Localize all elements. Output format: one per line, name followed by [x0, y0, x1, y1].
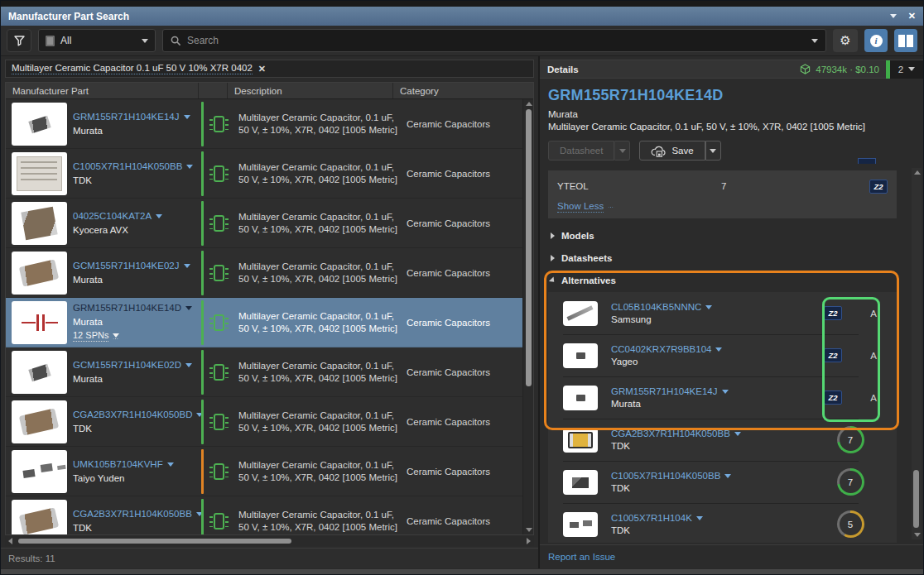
panel-menu-icon[interactable] — [890, 14, 897, 18]
alternative-row[interactable]: C1005X7R1H104K TDK 5 — [548, 503, 897, 543]
risk-score-badge: 5 — [837, 510, 864, 538]
search-results-pane: Multilayer Ceramic Capacitor 0.1 uF 50 V… — [1, 56, 540, 568]
component-icon — [214, 414, 224, 430]
scroll-down-icon[interactable] — [526, 528, 532, 532]
parameter-value: 7 — [721, 181, 869, 191]
table-row[interactable]: CGA2B3X7R1H104K050BB TDK Multilayer Cera… — [6, 496, 522, 534]
alternative-row[interactable]: CL05B104KB5NNNC Samsung Z2 A — [548, 292, 897, 334]
part-thumbnail — [12, 450, 67, 493]
alternatives-header[interactable]: Alternatives — [548, 276, 915, 285]
part-number-link[interactable]: GRM155R71H104KE14J — [73, 112, 201, 122]
filter-chip-remove-icon[interactable]: ✕ — [258, 64, 266, 74]
chevron-down-icon — [185, 363, 192, 367]
part-number-link[interactable]: UMK105B7104KVHF — [73, 459, 201, 469]
selection-count-dropdown[interactable]: 2 — [890, 60, 923, 79]
column-header-description[interactable]: Description — [227, 83, 392, 98]
filter-chip[interactable]: Multilayer Ceramic Capacitor 0.1 uF 50 V… — [12, 63, 266, 74]
component-icon — [214, 165, 224, 182]
alternative-row[interactable]: GRM155R71H104KE14J Murata Z2 A — [548, 376, 897, 419]
table-row[interactable]: GRM155R71H104KE14J Murata Multilayer Cer… — [6, 99, 522, 149]
search-history-icon[interactable] — [811, 39, 818, 43]
part-number-link[interactable]: CGA2B3X7R1H104K050BD — [73, 410, 201, 419]
scroll-right-icon[interactable] — [527, 538, 531, 544]
save-dropdown[interactable] — [705, 141, 721, 161]
scroll-down-icon[interactable] — [914, 533, 921, 537]
columns-icon — [898, 35, 913, 47]
table-row[interactable]: 04025C104KAT2A Kyocera AVX Multilayer Ce… — [6, 199, 522, 248]
risk-score-badge: 7 — [837, 426, 864, 453]
section-models[interactable]: Models — [548, 231, 915, 241]
detail-description: Multilayer Ceramic Capacitor, 0.1 uF, 50… — [548, 122, 915, 132]
alternative-row[interactable]: CGA2B3X7R1H104K050BB TDK 7 — [548, 419, 897, 461]
search-scope-dropdown[interactable]: All — [38, 29, 156, 52]
part-number-link[interactable]: CGA2B3X7R1H104K050BB — [73, 509, 201, 519]
section-alternatives: Alternatives CL05B104KB5NNNC Samsung Z2 — [548, 276, 915, 543]
horizontal-scrollbar[interactable] — [5, 536, 534, 546]
scrollbar-thumb[interactable] — [526, 109, 532, 386]
part-description: Multilayer Ceramic Capacitor, 0.1 uF, 50… — [233, 161, 399, 186]
table-row-selected[interactable]: GRM155R71H104KE14D Murata 12 SPNs Multil… — [6, 298, 522, 347]
search-field[interactable] — [162, 29, 826, 52]
manufacturer-name: TDK — [611, 483, 824, 493]
component-icon — [214, 364, 224, 381]
part-number-link[interactable]: CC0402KRX7R9BB104 — [611, 344, 824, 354]
chevron-down-icon — [619, 149, 626, 153]
part-thumbnail — [563, 343, 598, 368]
table-row[interactable]: UMK105B7104KVHF Taiyo Yuden Multilayer C… — [6, 447, 522, 496]
table-row[interactable]: CGA2B3X7R1H104K050BD TDK Multilayer Cera… — [6, 397, 522, 447]
z2-badge-clipped — [858, 158, 876, 164]
part-number-link[interactable]: GRM155R71H104KE14J — [611, 386, 824, 396]
part-number-link[interactable]: C1005X7R1H104K050BB — [73, 161, 201, 171]
part-thumbnail-schematic-symbol — [12, 301, 67, 344]
part-number-link[interactable]: CL05B104KB5NNNC — [611, 302, 824, 312]
part-number-link[interactable]: GRM155R71H104KE14D — [73, 303, 201, 313]
scroll-up-icon[interactable] — [914, 170, 921, 175]
details-scrollbar[interactable] — [912, 168, 922, 539]
search-input[interactable] — [187, 35, 806, 46]
table-header: Manufacturer Part Description Category — [6, 83, 533, 99]
details-footer: Report an Issue — [540, 544, 923, 568]
table-row[interactable]: GCM155R71H104KE02D Murata Multilayer Cer… — [6, 347, 522, 397]
show-less-link[interactable]: Show Less — [557, 201, 614, 213]
spns-link[interactable]: 12 SPNs — [73, 330, 201, 342]
column-header-manufacturer-part[interactable]: Manufacturer Part — [6, 83, 198, 98]
details-toggle-button[interactable]: i — [864, 29, 888, 52]
scrollbar-thumb[interactable] — [913, 470, 919, 528]
vertical-scrollbar[interactable] — [522, 99, 533, 534]
part-number-link[interactable]: C1005X7R1H104K — [611, 513, 824, 523]
panel-layout-button[interactable] — [894, 29, 917, 52]
filter-button[interactable] — [7, 29, 31, 52]
panel-title-bar: Manufacturer Part Search ✕ — [1, 7, 923, 26]
part-number-link[interactable]: 04025C104KAT2A — [73, 211, 201, 221]
part-thumbnail — [12, 400, 67, 443]
scroll-up-icon[interactable] — [526, 102, 532, 106]
section-datasheets[interactable]: Datasheets — [548, 253, 915, 263]
part-number-link[interactable]: GCM155R71H104KE02J — [73, 261, 201, 271]
settings-button[interactable]: ⚙ — [833, 29, 858, 52]
report-issue-link[interactable]: Report an Issue — [548, 552, 615, 562]
table-row[interactable]: GCM155R71H104KE02J Murata Multilayer Cer… — [6, 248, 522, 298]
column-header-category[interactable]: Category — [392, 83, 533, 98]
part-number-link[interactable]: CGA2B3X7R1H104K050BB — [611, 429, 824, 438]
z2-badge: Z2 — [824, 348, 842, 362]
close-icon[interactable]: ✕ — [908, 11, 916, 22]
scrollbar-thumb[interactable] — [18, 539, 291, 544]
manufacturer-name: TDK — [73, 175, 201, 185]
datasheet-button[interactable]: Datasheet — [548, 141, 630, 161]
table-body: GRM155R71H104KE14J Murata Multilayer Cer… — [6, 99, 533, 534]
panel-title: Manufacturer Part Search — [8, 11, 890, 22]
save-button[interactable]: Save — [639, 141, 720, 161]
table-row[interactable]: C1005X7R1H104K050BB TDK Multilayer Ceram… — [6, 149, 522, 199]
alternative-row[interactable]: CC0402KRX7R9BB104 Yageo Z2 A — [548, 334, 897, 376]
manufacturer-name: Murata — [73, 374, 201, 384]
datasheet-dropdown[interactable] — [614, 141, 630, 161]
part-number-link[interactable]: C1005X7R1H104K050BB — [611, 471, 824, 481]
part-number-link[interactable]: GCM155R71H104KE02D — [73, 360, 201, 370]
part-thumbnail — [563, 512, 598, 537]
manufacturer-name: TDK — [73, 523, 201, 533]
window-bottom-edge — [1, 568, 923, 574]
alternative-row[interactable]: C1005X7R1H104K050BB TDK 7 — [548, 461, 897, 503]
scroll-left-icon[interactable] — [8, 538, 12, 544]
window-top-edge — [1, 1, 923, 7]
column-header-lifecycle[interactable] — [198, 83, 227, 98]
